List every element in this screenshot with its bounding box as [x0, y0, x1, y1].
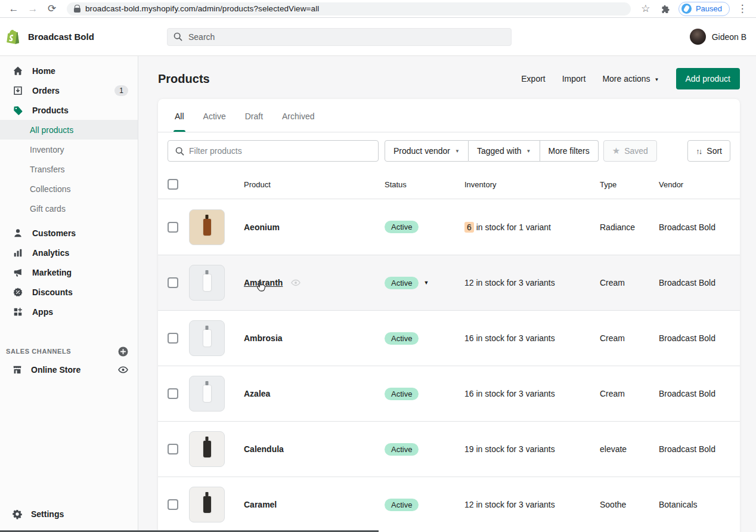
add-channel-icon[interactable] [118, 347, 128, 357]
orders-count-badge: 1 [114, 85, 128, 96]
global-search-input[interactable]: Search [167, 28, 512, 46]
inventory-qty: 12 [464, 278, 474, 287]
row-checkbox[interactable] [168, 277, 178, 288]
sidebar-subitem-transfers[interactable]: Transfers [0, 159, 138, 179]
sidebar-item-online-store[interactable]: Online Store [0, 360, 138, 379]
sort-button[interactable]: ↑↓Sort [687, 140, 730, 162]
row-checkbox[interactable] [168, 444, 178, 454]
bottle-image [203, 274, 211, 291]
products-tag-icon [12, 105, 24, 116]
more-filters-button[interactable]: More filters [540, 140, 599, 162]
table-row[interactable]: Calendula Active ▼ 19 in stock for 3 var… [158, 421, 740, 477]
sidebar-item-label: Marketing [32, 268, 72, 277]
browser-menu-icon[interactable]: ⋮ [735, 1, 750, 17]
import-button[interactable]: Import [562, 74, 586, 83]
product-vendor: Broadcast Bold [659, 444, 730, 454]
product-name-link[interactable]: Azalea [244, 389, 270, 398]
select-all-checkbox[interactable] [168, 179, 178, 190]
inventory-qty: 12 [464, 500, 474, 509]
status-badge[interactable]: Active [385, 332, 419, 345]
table-row[interactable]: Azalea Active ▼ 16 in stock for 3 varian… [158, 366, 740, 421]
row-checkbox[interactable] [168, 333, 178, 344]
table-row[interactable]: Ambrosia Active ▼ 16 in stock for 3 vari… [158, 310, 740, 366]
sidebar-subitem-gift-cards[interactable]: Gift cards [0, 199, 138, 218]
status-caret-icon[interactable]: ▼ [423, 280, 429, 286]
product-type: elevate [600, 444, 659, 454]
row-checkbox[interactable] [168, 499, 178, 510]
product-thumb [189, 265, 225, 301]
forward-icon[interactable]: → [25, 1, 41, 17]
inventory-qty: 19 [464, 444, 474, 454]
avatar [690, 29, 706, 45]
status-badge[interactable]: Active [385, 388, 419, 400]
sidebar-item-customers[interactable]: Customers [0, 223, 138, 243]
sidebar-item-analytics[interactable]: Analytics [0, 243, 138, 262]
sidebar-subitem-collections[interactable]: Collections [0, 179, 138, 199]
chevron-down-icon: ▼ [455, 149, 460, 154]
preview-eye-icon[interactable] [291, 278, 300, 287]
gear-icon [12, 509, 23, 519]
bookmark-star-icon[interactable]: ☆ [638, 1, 653, 17]
product-name-link[interactable]: Ambrosia [244, 333, 283, 343]
column-header-product[interactable]: Product [244, 180, 385, 189]
sidebar-item-discounts[interactable]: Discounts [0, 282, 138, 302]
sidebar-item-label: Discounts [32, 287, 73, 297]
tab-active[interactable]: Active [196, 103, 233, 132]
sidebar-item-home[interactable]: Home [0, 61, 138, 81]
filter-products-input[interactable] [168, 140, 379, 162]
extensions-icon[interactable] [658, 1, 674, 17]
product-vendor-filter-button[interactable]: Product vendor▼ [385, 140, 469, 162]
add-product-button[interactable]: Add product [676, 68, 740, 89]
export-button[interactable]: Export [521, 74, 545, 83]
reload-icon[interactable]: ⟳ [44, 1, 60, 17]
filter-products-field[interactable] [189, 146, 371, 156]
sidebar-subitem-inventory[interactable]: Inventory [0, 140, 138, 159]
store-brand[interactable]: Broadcast Bold [6, 29, 167, 45]
sidebar-item-orders[interactable]: Orders 1 [0, 81, 138, 100]
column-header-inventory[interactable]: Inventory [464, 180, 600, 189]
status-badge[interactable]: Active [385, 221, 419, 233]
table-row[interactable]: Aeonium Active ▼ 6 in stock for 1 varian… [158, 199, 740, 255]
table-row[interactable]: Caramel Active ▼ 12 in stock for 3 varia… [158, 477, 740, 532]
sidebar-item-apps[interactable]: Apps [0, 302, 138, 321]
tagged-with-filter-button[interactable]: Tagged with▼ [469, 140, 540, 162]
inventory-qty: 16 [464, 389, 474, 398]
extension-paused-badge[interactable]: Paused [678, 2, 730, 16]
user-menu[interactable]: Gideon B [690, 29, 746, 45]
product-thumb [189, 487, 225, 522]
sidebar-item-settings[interactable]: Settings [0, 504, 138, 524]
preview-eye-icon[interactable] [118, 366, 128, 373]
search-icon [175, 147, 184, 156]
column-header-status[interactable]: Status [385, 180, 464, 189]
product-type: Soothe [600, 500, 659, 509]
sidebar-item-products[interactable]: Products [0, 100, 138, 120]
sidebar: Home Orders 1 Products All products Inve… [0, 56, 138, 532]
product-name-link[interactable]: Calendula [244, 444, 284, 454]
tab-all[interactable]: All [168, 103, 191, 132]
row-checkbox[interactable] [168, 222, 178, 233]
status-badge[interactable]: Active [385, 499, 419, 511]
product-vendor: Broadcast Bold [659, 389, 730, 398]
product-name-link[interactable]: Aeonium [244, 222, 280, 232]
saved-button[interactable]: ★Saved [603, 140, 657, 162]
column-header-vendor[interactable]: Vendor [659, 180, 730, 189]
sidebar-item-marketing[interactable]: Marketing [0, 262, 138, 282]
status-badge[interactable]: Active [385, 443, 419, 456]
address-bar[interactable]: broadcast-bold.myshopify.com/admin/produ… [67, 2, 631, 16]
chevron-down-icon: ▼ [655, 77, 659, 82]
back-icon[interactable]: ← [6, 1, 21, 17]
table-header: Product Status Inventory Type Vendor [158, 170, 740, 199]
products-card: All Active Draft Archived Product vendor… [158, 99, 740, 532]
more-actions-button[interactable]: More actions▼ [602, 74, 659, 83]
tab-draft[interactable]: Draft [238, 103, 270, 132]
product-name-link[interactable]: Caramel [244, 500, 277, 509]
status-badge[interactable]: Active [385, 277, 419, 289]
shopify-topbar: Broadcast Bold Search Gideon B [0, 18, 756, 56]
row-checkbox[interactable] [168, 388, 178, 399]
sidebar-subitem-all-products[interactable]: All products [0, 120, 138, 140]
inventory-qty: 16 [464, 333, 474, 343]
tab-archived[interactable]: Archived [275, 103, 321, 132]
inventory-rest: in stock for 3 variants [474, 444, 555, 454]
table-row[interactable]: Amaranth Active ▼ 12 in stock for 3 vari… [158, 255, 740, 310]
column-header-type[interactable]: Type [600, 180, 659, 189]
